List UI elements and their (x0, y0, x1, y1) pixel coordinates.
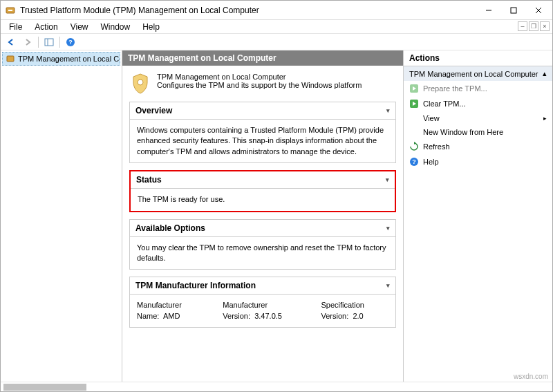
action-clear-label: Clear TPM... (423, 100, 466, 108)
separator (38, 37, 39, 48)
watermark: wsxdn.com (514, 373, 548, 380)
content-pane: TPM Management on Local Computer TPM Man… (122, 50, 403, 382)
section-overview-title: Overview (135, 106, 172, 115)
toolbar: ? (1, 34, 552, 50)
app-icon (5, 5, 16, 16)
window-title: Trusted Platform Module (TPM) Management… (20, 6, 476, 15)
mfr-name: Manufacturer Name: AMD (137, 300, 206, 321)
tree-root-label: TPM Management on Local Compu (18, 55, 120, 63)
tree-pane[interactable]: TPM Management on Local Compu (1, 50, 122, 382)
section-overview-body: Windows computers containing a Trusted P… (130, 120, 395, 162)
svg-rect-3 (511, 8, 516, 13)
svg-rect-10 (7, 56, 14, 62)
shield-icon (131, 73, 150, 95)
menu-window[interactable]: Window (95, 21, 136, 32)
section-overview: Overview ▾ Windows computers containing … (129, 102, 396, 163)
help-icon: ? (409, 157, 419, 167)
mdi-controls: – ❐ × (518, 21, 550, 31)
forward-button[interactable] (20, 35, 35, 49)
action-new-window-label: New Window from Here (423, 128, 503, 136)
menu-action[interactable]: Action (29, 21, 63, 32)
action-new-window[interactable]: New Window from Here (404, 125, 552, 139)
section-manufacturer-header[interactable]: TPM Manufacturer Information ▾ (130, 277, 395, 295)
back-button[interactable] (3, 35, 19, 49)
svg-point-11 (138, 80, 143, 85)
content-header: TPM Management on Local Computer (122, 50, 403, 66)
window: Trusted Platform Module (TPM) Management… (0, 0, 553, 392)
section-manufacturer: TPM Manufacturer Information ▾ Manufactu… (129, 277, 396, 328)
collapse-icon[interactable]: ▾ (386, 282, 390, 289)
action-prepare[interactable]: Prepare the TPM... (404, 81, 552, 96)
actions-group-label: TPM Management on Local Computer (409, 70, 538, 78)
section-manufacturer-title: TPM Manufacturer Information (135, 281, 256, 290)
menu-view[interactable]: View (65, 21, 94, 32)
info-subtitle: Configures the TPM and its support by th… (157, 81, 362, 89)
action-clear[interactable]: Clear TPM... (404, 96, 552, 111)
action-help-label: Help (423, 158, 439, 166)
tpm-icon (6, 54, 15, 64)
tree-root-item[interactable]: TPM Management on Local Compu (2, 52, 120, 66)
actions-pane: Actions TPM Management on Local Computer… (403, 50, 552, 382)
chevron-right-icon: ▸ (543, 115, 547, 122)
section-manufacturer-body: Manufacturer Name: AMD Manufacturer Vers… (130, 295, 395, 327)
show-hide-button[interactable] (41, 35, 57, 49)
play-icon (409, 99, 419, 109)
section-status: Status ▾ The TPM is ready for use. (129, 170, 396, 212)
menu-help[interactable]: Help (137, 21, 165, 32)
section-status-title: Status (136, 175, 162, 185)
mfr-version: Manufacturer Version: 3.47.0.5 (223, 300, 304, 321)
action-view[interactable]: View ▸ (404, 111, 552, 125)
actions-header: Actions (404, 50, 552, 66)
main-area: TPM Management on Local Compu TPM Manage… (1, 50, 552, 382)
scrollbar-thumb[interactable] (3, 384, 86, 391)
section-available: Available Options ▾ You may clear the TP… (129, 219, 396, 270)
section-status-header[interactable]: Status ▾ (131, 171, 395, 189)
info-title: TPM Management on Local Computer (157, 73, 362, 81)
svg-rect-6 (45, 39, 53, 46)
minimize-button[interactable] (476, 1, 501, 19)
action-view-label: View (423, 114, 440, 122)
refresh-icon (409, 142, 419, 151)
collapse-icon[interactable]: ▾ (386, 176, 389, 183)
menubar: File Action View Window Help – ❐ × (1, 20, 552, 34)
action-refresh[interactable]: Refresh (404, 139, 552, 154)
section-available-title: Available Options (135, 223, 205, 233)
titlebar[interactable]: Trusted Platform Module (TPM) Management… (1, 1, 552, 20)
horizontal-scrollbar[interactable] (1, 382, 552, 391)
action-prepare-label: Prepare the TPM... (423, 84, 487, 93)
window-controls (476, 1, 551, 19)
menu-file[interactable]: File (3, 21, 28, 32)
chevron-up-icon: ▴ (543, 69, 547, 78)
spec-version: Specification Version: 2.0 (321, 300, 388, 321)
close-button[interactable] (526, 1, 551, 19)
separator (59, 37, 60, 48)
section-overview-header[interactable]: Overview ▾ (130, 102, 395, 120)
info-card: TPM Management on Local Computer Configu… (126, 70, 399, 102)
collapse-icon[interactable]: ▾ (386, 225, 390, 232)
action-refresh-label: Refresh (423, 142, 450, 151)
svg-rect-1 (8, 10, 12, 11)
content-scroll[interactable]: TPM Management on Local Computer Configu… (122, 66, 403, 382)
collapse-icon[interactable]: ▾ (386, 107, 390, 114)
section-available-body: You may clear the TPM to remove ownershi… (130, 237, 395, 270)
section-available-header[interactable]: Available Options ▾ (130, 220, 395, 237)
play-icon (409, 84, 419, 93)
action-help[interactable]: ? Help (404, 154, 552, 169)
info-text: TPM Management on Local Computer Configu… (157, 73, 362, 89)
mdi-restore-button[interactable]: ❐ (529, 21, 538, 31)
svg-text:?: ? (412, 158, 416, 165)
maximize-button[interactable] (501, 1, 526, 19)
help-button[interactable]: ? (63, 35, 78, 49)
mdi-minimize-button[interactable]: – (518, 21, 527, 31)
section-status-body: The TPM is ready for use. (131, 189, 395, 210)
svg-text:?: ? (68, 39, 73, 46)
actions-group-header[interactable]: TPM Management on Local Computer ▴ (404, 66, 552, 81)
mdi-close-button[interactable]: × (540, 21, 550, 31)
